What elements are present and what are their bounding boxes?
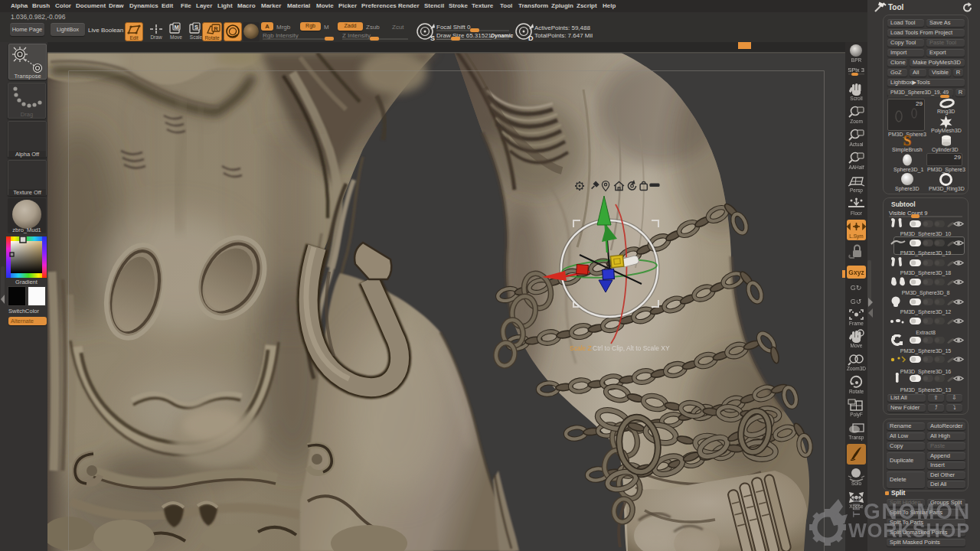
svg-text:THE: THE [851, 495, 862, 517]
svg-text:S: S [903, 133, 912, 148]
svg-text:S: S [194, 24, 198, 31]
svg-text:D: D [528, 34, 534, 42]
svg-text:SPix 3: SPix 3 [848, 67, 864, 73]
svg-text:Gxyz: Gxyz [848, 269, 864, 276]
svg-text:Scale Z: Scale Z [570, 344, 592, 352]
svg-text:R: R [214, 25, 218, 32]
svg-text:G↻: G↻ [851, 284, 862, 292]
svg-text:Ctrl to Clip, Alt to Scale XY: Ctrl to Clip, Alt to Scale XY [593, 344, 670, 352]
svg-text:S: S [430, 34, 435, 42]
svg-text:M: M [174, 24, 178, 31]
svg-text:WORKSHOP: WORKSHOP [848, 519, 970, 542]
svg-text:G↺: G↺ [851, 298, 862, 305]
